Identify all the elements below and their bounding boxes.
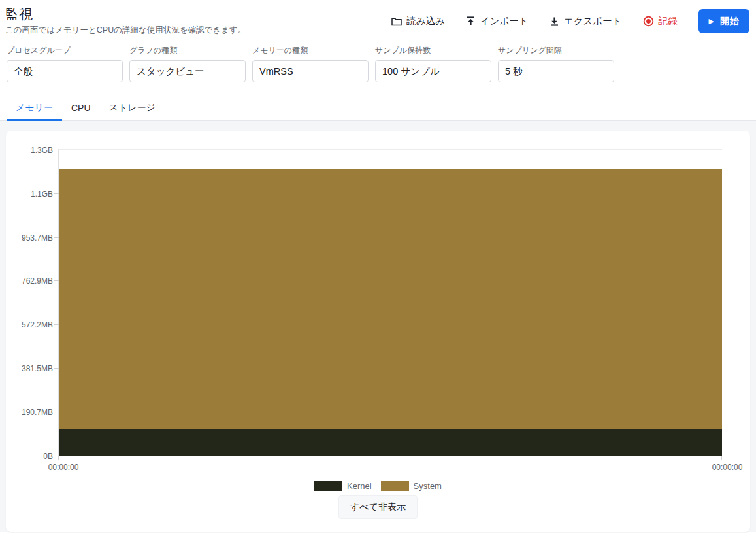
hide-all-wrap: すべて非表示 [6, 495, 750, 519]
y-tick-mark [54, 368, 59, 369]
y-tick-mark [54, 280, 59, 281]
header-titles: 監視 この画面ではメモリーとCPUの詳細な使用状況を確認できます。 [5, 5, 246, 36]
import-button-label: インポート [480, 15, 529, 27]
graph-type-label: グラフの種類 [129, 45, 246, 56]
page-subtitle: この画面ではメモリーとCPUの詳細な使用状況を確認できます。 [5, 25, 246, 36]
load-button[interactable]: 読み込み [391, 15, 445, 27]
field-memory-type: メモリーの種類 VmRSS [252, 45, 369, 82]
legend-item-system[interactable]: System [381, 481, 442, 491]
area-system [59, 169, 722, 429]
process-group-label: プロセスグループ [7, 45, 123, 56]
start-button[interactable]: ▶ 開始 [698, 9, 749, 33]
folder-icon [391, 17, 402, 26]
record-button-label: 記録 [659, 15, 678, 27]
y-tick-label: 0B [43, 452, 53, 461]
x-tick-mark [721, 456, 722, 460]
hide-all-button[interactable]: すべて非表示 [338, 495, 418, 519]
legend-item-kernel[interactable]: Kernel [314, 481, 372, 491]
y-tick-label: 381.5MB [22, 364, 53, 373]
field-process-group: プロセスグループ 全般 [7, 45, 123, 82]
page-title: 監視 [5, 5, 246, 23]
y-tick-label: 1.3GB [31, 146, 53, 155]
y-tick-mark [54, 412, 59, 412]
x-axis-start-label: 00:00:00 [48, 463, 79, 472]
process-group-select[interactable]: 全般 [7, 60, 123, 82]
play-icon: ▶ [709, 18, 714, 25]
plot-area: 0B190.7MB381.5MB572.2MB762.9MB953.7MB1.1… [58, 149, 722, 456]
y-tick-label: 762.9MB [22, 276, 53, 286]
y-tick-label: 190.7MB [22, 408, 53, 417]
monitoring-page: 監視 この画面ではメモリーとCPUの詳細な使用状況を確認できます。 読み込み イ… [0, 0, 756, 532]
tab-cpu[interactable]: CPU [62, 97, 100, 121]
sampling-interval-label: サンプリング間隔 [498, 45, 614, 56]
kernel-legend-label: Kernel [347, 481, 372, 491]
memory-type-label: メモリーの種類 [252, 45, 369, 56]
sample-retention-select[interactable]: 100 サンプル [375, 60, 491, 82]
system-legend-label: System [414, 481, 442, 491]
y-tick-label: 953.7MB [22, 233, 53, 243]
page-header: 監視 この画面ではメモリーとCPUの詳細な使用状況を確認できます。 読み込み イ… [0, 0, 756, 36]
y-tick-label: 1.1GB [31, 190, 53, 199]
load-button-label: 読み込み [406, 15, 445, 27]
memory-usage-chart: 0B190.7MB381.5MB572.2MB762.9MB953.7MB1.1… [6, 131, 750, 472]
upload-icon [466, 16, 476, 26]
record-icon [643, 16, 654, 27]
field-sampling-interval: サンプリング間隔 5 秒 [498, 45, 614, 82]
filters-row: プロセスグループ 全般 グラフの種類 スタックビュー メモリーの種類 VmRSS… [0, 36, 756, 82]
download-icon [550, 16, 559, 26]
record-button[interactable]: 記録 [643, 15, 678, 27]
system-swatch [381, 481, 409, 491]
tab-memory[interactable]: メモリー [7, 97, 62, 121]
y-tick-mark [54, 193, 59, 194]
y-tick-mark [54, 150, 59, 150]
sample-retention-label: サンプル保持数 [375, 45, 491, 56]
sampling-interval-select[interactable]: 5 秒 [498, 60, 614, 82]
y-tick-mark [54, 324, 59, 325]
y-tick-mark [54, 237, 59, 238]
x-axis-end-label: 00:00:00 [712, 463, 743, 472]
memory-type-select[interactable]: VmRSS [252, 60, 369, 82]
tab-bar: メモリー CPU ストレージ [0, 97, 756, 121]
content-area: 0B190.7MB381.5MB572.2MB762.9MB953.7MB1.1… [0, 121, 756, 532]
import-button[interactable]: インポート [466, 15, 529, 27]
field-sample-retention: サンプル保持数 100 サンプル [375, 45, 491, 82]
y-tick-label: 572.2MB [22, 320, 53, 329]
kernel-swatch [314, 481, 342, 491]
chart-legend: Kernel System [6, 481, 750, 491]
tab-storage[interactable]: ストレージ [100, 97, 165, 121]
graph-type-select[interactable]: スタックビュー [129, 60, 246, 82]
start-button-label: 開始 [720, 15, 739, 27]
area-kernel [59, 429, 722, 456]
x-tick-mark [58, 456, 59, 460]
field-graph-type: グラフの種類 スタックビュー [129, 45, 246, 82]
export-button-label: エクスポート [564, 15, 622, 27]
header-actions: 読み込み インポート エクスポート 記録 ▶ [391, 9, 749, 33]
chart-card: 0B190.7MB381.5MB572.2MB762.9MB953.7MB1.1… [6, 131, 750, 532]
export-button[interactable]: エクスポート [550, 15, 622, 27]
